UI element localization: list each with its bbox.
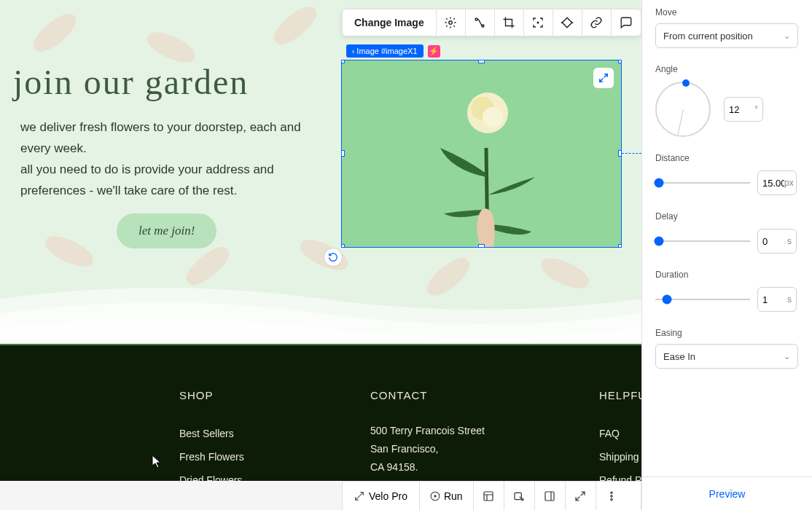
footer-heading: HELPFU	[599, 389, 641, 401]
resize-handle[interactable]	[341, 60, 345, 63]
distance-input[interactable]: px	[757, 170, 797, 195]
bolt-badge[interactable]: ⚡	[428, 45, 440, 58]
site-footer: SHOP Best Sellers Fresh Flowers Dried Fl…	[0, 344, 641, 481]
distance-field[interactable]	[762, 178, 784, 189]
image-id-label[interactable]: ‹Image #imageX1	[346, 44, 423, 58]
angle-dial-handle[interactable]	[682, 79, 690, 87]
distance-section: Distance px	[655, 153, 799, 195]
svg-point-0	[449, 21, 453, 25]
easing-section: Easing Ease In ⌄	[655, 328, 799, 369]
footer-link[interactable]: Fresh Flowers	[179, 445, 244, 468]
change-image-button[interactable]: Change Image	[343, 9, 437, 36]
expand-icon[interactable]	[593, 68, 614, 88]
image-id-chip: ‹Image #imageX1 ⚡	[346, 44, 440, 58]
animation-panel: Move From current position ⌄ Angle ° Dis…	[641, 0, 812, 510]
decor-leaf	[28, 8, 82, 58]
footer-contact-col: CONTACT 500 Terry Francois Street San Fr…	[370, 389, 485, 476]
editor-canvas[interactable]: join our garden we deliver fresh flowers…	[0, 0, 641, 481]
easing-label: Easing	[655, 328, 799, 338]
chevron-down-icon: ⌄	[784, 31, 790, 41]
resize-handle[interactable]	[341, 150, 345, 157]
panel-icon[interactable]	[535, 482, 566, 510]
decor-leaf	[42, 231, 97, 272]
crop-icon[interactable]	[495, 9, 524, 36]
slider-thumb[interactable]	[655, 178, 664, 188]
svg-point-13	[610, 498, 612, 500]
footer-heading: CONTACT	[370, 389, 485, 401]
unit-label: °	[754, 104, 758, 114]
footer-link[interactable]: Shipping	[599, 445, 641, 468]
delay-section: Delay s	[655, 211, 799, 254]
svg-point-11	[610, 492, 612, 493]
footer-text: CA 94158.	[370, 458, 485, 476]
footer-text: San Francisco,	[370, 440, 485, 458]
image-floating-toolbar: Change Image	[342, 9, 641, 36]
easing-dropdown[interactable]: Ease In ⌄	[655, 344, 798, 369]
svg-rect-9	[515, 493, 521, 499]
distance-label: Distance	[655, 153, 799, 163]
svg-point-12	[610, 495, 612, 496]
inspect-icon[interactable]	[504, 482, 535, 510]
unit-label: s	[787, 294, 792, 305]
delay-field[interactable]	[762, 236, 784, 247]
duration-section: Duration s	[655, 270, 799, 312]
delay-label: Delay	[655, 211, 799, 221]
layout-icon[interactable]	[474, 482, 504, 510]
comment-icon[interactable]	[612, 9, 641, 36]
slider-thumb[interactable]	[655, 237, 664, 246]
more-icon[interactable]	[596, 482, 627, 510]
move-label: Move	[655, 7, 799, 17]
footer-link[interactable]: Refund P	[599, 468, 641, 481]
footer-help-col: HELPFU FAQ Shipping Refund P	[599, 389, 641, 481]
hero-title: join our garden	[13, 62, 249, 102]
svg-point-1	[475, 18, 477, 20]
transform-icon[interactable]	[466, 9, 495, 36]
velo-pro-button[interactable]: Velo Pro	[343, 482, 420, 510]
preview-button[interactable]: Preview	[642, 476, 812, 510]
footer-link[interactable]: FAQ	[599, 422, 641, 445]
distance-slider[interactable]	[655, 176, 750, 190]
link-icon[interactable]	[582, 9, 612, 36]
selected-image-frame[interactable]	[341, 60, 622, 248]
resize-handle[interactable]	[478, 60, 485, 63]
unit-label: s	[787, 236, 792, 246]
chevron-down-icon: ⌄	[784, 352, 790, 361]
duration-slider[interactable]	[655, 292, 750, 307]
decor-leaf	[269, 1, 322, 50]
angle-label: Angle	[655, 64, 799, 74]
footer-text: 500 Terry Francois Street	[370, 422, 485, 440]
duration-input[interactable]: s	[757, 287, 797, 312]
footer-link[interactable]: Dried Flowers	[179, 468, 244, 481]
expand-icon[interactable]	[566, 482, 596, 510]
delay-slider[interactable]	[655, 234, 750, 248]
cta-button[interactable]: let me join!	[117, 213, 216, 248]
run-button[interactable]: Run	[420, 482, 474, 510]
svg-point-3	[537, 22, 539, 24]
dev-toolbar: Velo Pro Run	[342, 481, 641, 510]
footer-shop-col: SHOP Best Sellers Fresh Flowers Dried Fl…	[179, 389, 244, 481]
shape-icon[interactable]	[553, 9, 582, 36]
wave-decor	[0, 270, 641, 342]
settings-gear-icon[interactable]	[437, 9, 466, 36]
rose-image	[342, 60, 621, 248]
svg-point-6	[483, 107, 503, 128]
move-dropdown[interactable]: From current position ⌄	[655, 23, 798, 48]
svg-rect-8	[484, 492, 493, 501]
delay-input[interactable]: s	[757, 229, 797, 254]
move-section: Move From current position ⌄	[655, 7, 799, 48]
duration-field[interactable]	[762, 294, 784, 305]
footer-heading: SHOP	[179, 389, 244, 401]
duration-label: Duration	[655, 270, 799, 280]
angle-dial[interactable]	[655, 82, 711, 137]
hero-body: we deliver fresh flowers to your doorste…	[20, 117, 327, 201]
alignment-guide	[622, 153, 641, 154]
unit-label: px	[784, 178, 794, 188]
svg-rect-10	[545, 492, 554, 501]
angle-field[interactable]	[729, 104, 751, 115]
undo-button[interactable]	[324, 248, 343, 267]
footer-link[interactable]: Best Sellers	[179, 422, 244, 445]
focus-icon[interactable]	[524, 9, 553, 36]
angle-section: Angle °	[655, 64, 799, 137]
slider-thumb[interactable]	[662, 295, 671, 305]
angle-input[interactable]: °	[724, 97, 763, 122]
